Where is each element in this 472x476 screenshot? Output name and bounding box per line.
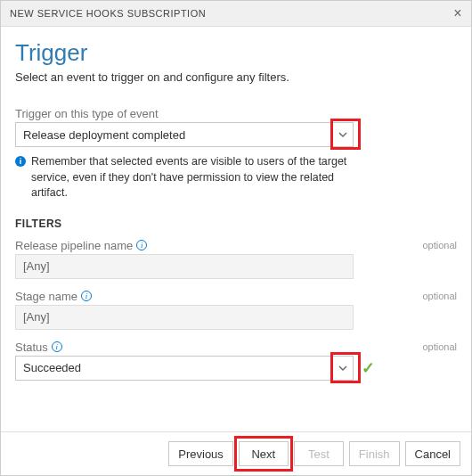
info-note: i Remember that selected events are visi…	[15, 154, 354, 201]
page-subtitle: Select an event to trigger on and config…	[15, 70, 457, 84]
info-note-text: Remember that selected events are visibl…	[31, 154, 354, 201]
status-value: Succeeded	[23, 361, 81, 374]
dialog-content: Trigger Select an event to trigger on an…	[1, 27, 471, 381]
info-icon[interactable]: i	[136, 240, 147, 250]
finish-button[interactable]: Finish	[349, 441, 400, 466]
next-button[interactable]: Next	[239, 441, 289, 466]
test-button[interactable]: Test	[294, 441, 344, 466]
stage-name-select[interactable]: [Any]	[15, 305, 354, 330]
stage-name-value: [Any]	[23, 310, 50, 324]
optional-label: optional	[422, 341, 457, 352]
status-field: Status i optional Succeeded ✓	[15, 341, 457, 381]
dialog-header: NEW SERVICE HOOKS SUBSCRIPTION ×	[1, 1, 471, 27]
dialog-footer: Previous Next Test Finish Cancel	[1, 431, 471, 475]
info-icon[interactable]: i	[81, 291, 92, 301]
close-icon[interactable]: ×	[453, 6, 462, 21]
info-icon: i	[15, 156, 26, 167]
release-pipeline-value: [Any]	[23, 259, 50, 273]
previous-button[interactable]: Previous	[168, 441, 233, 466]
optional-label: optional	[422, 291, 457, 301]
optional-label: optional	[422, 240, 457, 250]
stage-name-field: Stage name i optional [Any]	[15, 290, 457, 330]
release-pipeline-field: Release pipeline name i optional [Any]	[15, 239, 457, 279]
release-pipeline-label: Release pipeline name	[15, 239, 133, 252]
event-type-label: Trigger on this type of event	[15, 107, 159, 120]
event-type-value: Release deployment completed	[23, 128, 185, 142]
cancel-button[interactable]: Cancel	[405, 441, 460, 466]
page-title: Trigger	[15, 39, 457, 67]
event-type-field: Trigger on this type of event Release de…	[15, 107, 457, 147]
filters-heading: FILTERS	[15, 217, 457, 230]
status-label: Status	[15, 341, 48, 354]
stage-name-label: Stage name	[15, 290, 77, 303]
checkmark-icon: ✓	[362, 358, 375, 378]
event-type-select[interactable]: Release deployment completed	[15, 122, 354, 147]
info-icon[interactable]: i	[52, 341, 62, 352]
release-pipeline-select[interactable]: [Any]	[15, 254, 354, 279]
status-select[interactable]: Succeeded ✓	[15, 356, 354, 381]
dialog-title: NEW SERVICE HOOKS SUBSCRIPTION	[10, 8, 206, 19]
